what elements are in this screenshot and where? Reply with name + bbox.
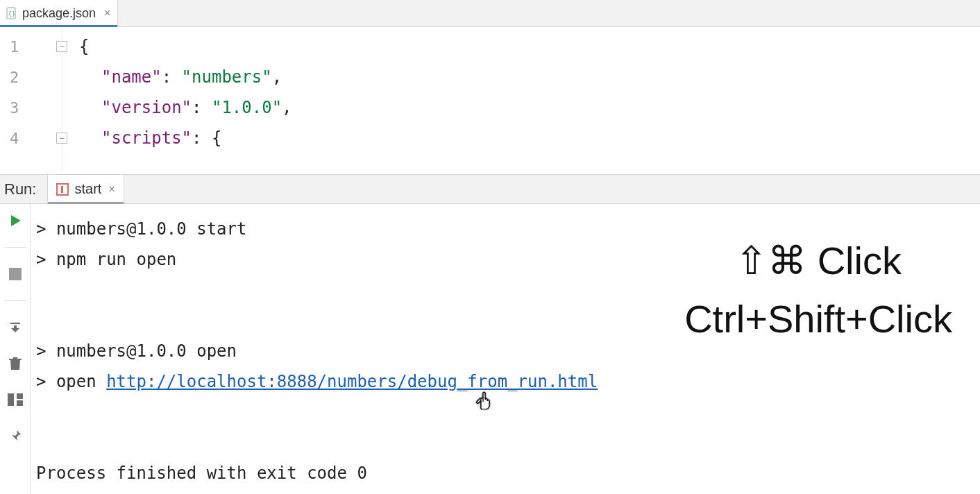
run-tab-start[interactable]: start × (47, 175, 124, 203)
separator (4, 247, 26, 248)
code-line[interactable]: "name": "numbers", (62, 62, 980, 92)
gutter-line: 4− (0, 123, 62, 153)
console-line (36, 305, 974, 336)
svg-text:{}: {} (8, 10, 16, 17)
run-panel-header: Run: start × (0, 174, 980, 204)
close-icon[interactable]: × (108, 183, 115, 196)
console-line: > open http://localhost:8888/numbers/deb… (36, 366, 974, 397)
close-icon[interactable]: × (104, 7, 110, 19)
editor-tab-label: package.json (22, 6, 96, 21)
gutter-line: 1− (0, 31, 62, 62)
clear-button[interactable] (6, 354, 25, 373)
run-button[interactable] (6, 211, 25, 230)
code-line[interactable]: "scripts": { (62, 123, 980, 153)
console-line: > numbers@1.0.0 open (36, 336, 974, 366)
json-file-icon: {} (6, 7, 18, 19)
svg-rect-2 (8, 393, 14, 406)
run-tab-label: start (74, 181, 101, 197)
console-line (36, 275, 974, 305)
scroll-down-button[interactable] (6, 318, 25, 337)
run-panel-body: > numbers@1.0.0 start> npm run open > nu… (0, 204, 980, 494)
console-line: > numbers@1.0.0 start (36, 214, 974, 244)
pin-button[interactable] (6, 426, 25, 445)
editor-code[interactable]: {"name": "numbers","version": "1.0.0","s… (62, 27, 980, 174)
console-url-link[interactable]: http://localhost:8888/numbers/debug_from… (106, 372, 598, 391)
run-toolbar (0, 204, 31, 494)
gutter-line: 2 (0, 62, 62, 92)
gutter-line: 3 (0, 92, 62, 123)
fold-marker-icon[interactable]: − (56, 133, 67, 144)
svg-rect-3 (17, 393, 23, 399)
console-exit-line: Process finished with exit code 0 (36, 458, 974, 488)
code-line[interactable]: "version": "1.0.0", (62, 92, 980, 123)
run-title: Run: (0, 175, 47, 203)
fold-marker-icon[interactable]: − (56, 41, 67, 52)
editor-area[interactable]: 1−234− {"name": "numbers","version": "1.… (0, 27, 980, 174)
console-line: > npm run open (36, 244, 974, 275)
stop-button[interactable] (6, 264, 25, 284)
npm-run-icon (56, 183, 69, 196)
separator (4, 300, 26, 301)
editor-tab-bar: {} package.json × (0, 0, 980, 27)
svg-rect-4 (17, 400, 23, 406)
code-line[interactable]: { (62, 31, 980, 62)
editor-tab-package-json[interactable]: {} package.json × (0, 0, 118, 26)
editor-gutter: 1−234− (0, 27, 62, 174)
console-output[interactable]: > numbers@1.0.0 start> npm run open > nu… (31, 204, 980, 494)
layout-button[interactable] (6, 390, 25, 409)
